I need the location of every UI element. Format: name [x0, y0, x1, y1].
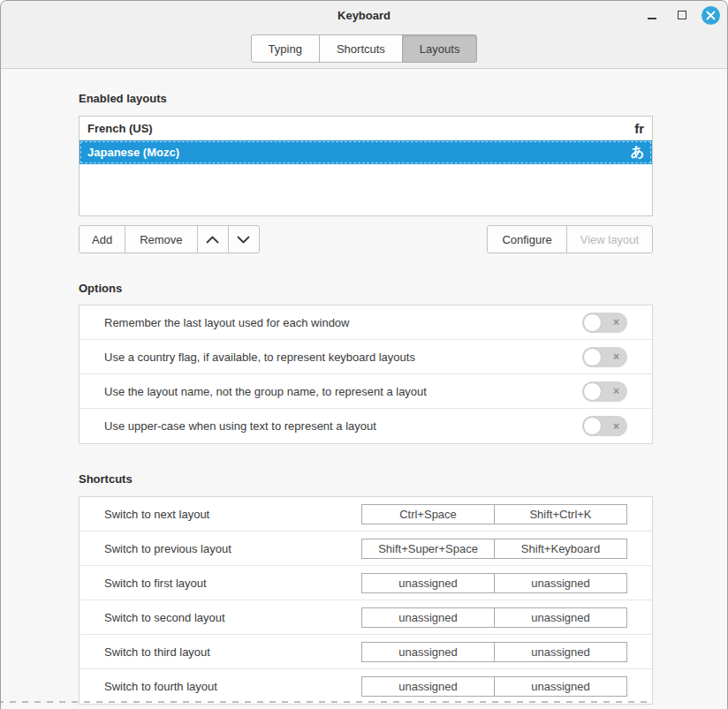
- keybinding-pair: unassigned unassigned: [361, 607, 627, 628]
- keybinding-pair: unassigned unassigned: [361, 642, 627, 662]
- shortcuts-heading: Shortcuts: [79, 472, 651, 486]
- layout-name: Japanese (Mozc): [87, 146, 179, 159]
- shortcut-row-third-layout: Switch to third layout unassigned unassi…: [80, 635, 652, 669]
- shortcut-label: Switch to third layout: [104, 645, 210, 659]
- shortcut-row-first-layout: Switch to first layout unassigned unassi…: [80, 566, 652, 600]
- layout-list-toolbar: Add Remove Configure View layout: [79, 225, 653, 253]
- keybinding-button-1[interactable]: unassigned: [361, 676, 495, 697]
- option-row-country-flag: Use a country flag, if available, to rep…: [80, 340, 652, 374]
- keyboard-settings-window: Keyboard Typing Shortcuts: [0, 0, 728, 709]
- shortcut-row-previous-layout: Switch to previous layout Shift+Super+Sp…: [80, 532, 652, 566]
- option-label: Use the layout name, not the group name,…: [104, 385, 427, 398]
- list-edit-button-group: Add Remove: [79, 225, 260, 253]
- layout-indicator-ja: あ: [631, 144, 644, 161]
- tab-shortcuts[interactable]: Shortcuts: [319, 34, 403, 63]
- keybinding-pair: Ctrl+Space Shift+Ctrl+K: [361, 504, 627, 524]
- options-box: Remember the last layout used for each w…: [79, 305, 653, 444]
- option-label: Remember the last layout used for each w…: [104, 316, 349, 329]
- shortcut-label: Switch to second layout: [104, 611, 225, 624]
- shortcut-row-fourth-layout: Switch to fourth layout unassigned unass…: [80, 669, 652, 704]
- chevron-up-icon: [206, 236, 219, 244]
- keybinding-button-2[interactable]: unassigned: [494, 607, 627, 628]
- scroll-undershoot-indicator: [0, 701, 651, 703]
- options-heading: Options: [79, 282, 651, 295]
- keybinding-pair: unassigned unassigned: [361, 676, 627, 697]
- shortcuts-box: Switch to next layout Ctrl+Space Shift+C…: [79, 496, 653, 705]
- toggle-off-x-icon: ×: [613, 317, 619, 328]
- keybinding-button-1[interactable]: unassigned: [361, 573, 495, 593]
- chevron-down-icon: [237, 236, 250, 244]
- view-layout-button[interactable]: View layout: [566, 225, 653, 253]
- shortcut-row-second-layout: Switch to second layout unassigned unass…: [80, 600, 652, 635]
- close-icon: [706, 11, 716, 20]
- keybinding-pair: unassigned unassigned: [361, 573, 627, 593]
- layout-row-japanese[interactable]: Japanese (Mozc) あ: [80, 140, 652, 164]
- window-controls: [641, 1, 720, 29]
- layout-row-french[interactable]: French (US) fr: [80, 117, 652, 140]
- enabled-layouts-heading: Enabled layouts: [79, 92, 651, 105]
- option-label: Use upper-case when using text to repres…: [104, 419, 376, 433]
- shortcut-label: Switch to next layout: [104, 508, 209, 521]
- layout-name: French (US): [87, 122, 153, 135]
- shortcut-row-next-layout: Switch to next layout Ctrl+Space Shift+C…: [80, 497, 652, 532]
- keybinding-button-2[interactable]: Shift+Keyboard: [494, 539, 627, 559]
- shortcut-label: Switch to previous layout: [104, 542, 231, 555]
- toggle-remember-last-layout[interactable]: ×: [582, 313, 627, 333]
- window-header: Keyboard Typing Shortcuts: [1, 1, 727, 69]
- toggle-layout-name[interactable]: ×: [582, 381, 627, 402]
- layout-indicator-fr: fr: [634, 121, 644, 136]
- tab-layouts[interactable]: Layouts: [402, 34, 478, 63]
- add-layout-button[interactable]: Add: [79, 225, 125, 253]
- keybinding-button-2[interactable]: unassigned: [494, 676, 627, 697]
- option-row-upper-case: Use upper-case when using text to repres…: [80, 409, 652, 443]
- shortcut-label: Switch to fourth layout: [104, 680, 217, 693]
- move-layout-up-button[interactable]: [197, 225, 229, 253]
- layouts-page: Enabled layouts French (US) fr Japanese …: [1, 69, 727, 709]
- enabled-layouts-list: French (US) fr Japanese (Mozc) あ: [79, 116, 653, 216]
- shortcut-label: Switch to first layout: [104, 577, 207, 590]
- toggle-knob: [583, 313, 602, 332]
- minimize-icon: [648, 18, 656, 19]
- toggle-upper-case[interactable]: ×: [582, 416, 627, 436]
- tab-typing[interactable]: Typing: [251, 34, 320, 63]
- configure-button[interactable]: Configure: [487, 225, 566, 253]
- keybinding-button-1[interactable]: unassigned: [361, 642, 495, 662]
- minimize-button[interactable]: [641, 4, 663, 26]
- move-layout-down-button[interactable]: [228, 225, 260, 253]
- keybinding-button-2[interactable]: unassigned: [494, 573, 627, 593]
- window-title: Keyboard: [1, 1, 727, 29]
- tab-bar: Typing Shortcuts Layouts: [1, 29, 727, 68]
- toggle-knob: [583, 382, 602, 401]
- close-button[interactable]: [701, 6, 720, 25]
- option-label: Use a country flag, if available, to rep…: [104, 351, 415, 364]
- tab-group: Typing Shortcuts Layouts: [251, 34, 478, 63]
- option-row-remember-last-layout: Remember the last layout used for each w…: [80, 305, 652, 340]
- maximize-icon: [678, 11, 686, 19]
- toggle-knob: [583, 417, 602, 435]
- titlebar[interactable]: Keyboard: [1, 1, 727, 29]
- toggle-country-flag[interactable]: ×: [582, 347, 627, 367]
- option-row-layout-name: Use the layout name, not the group name,…: [80, 374, 652, 409]
- toggle-off-x-icon: ×: [613, 386, 619, 396]
- keybinding-button-2[interactable]: Shift+Ctrl+K: [494, 504, 627, 524]
- keybinding-button-1[interactable]: Ctrl+Space: [361, 504, 495, 524]
- remove-layout-button[interactable]: Remove: [125, 225, 197, 253]
- toggle-knob: [583, 348, 602, 366]
- keybinding-button-1[interactable]: Shift+Super+Space: [361, 539, 495, 559]
- keybinding-button-2[interactable]: unassigned: [494, 642, 627, 662]
- keybinding-pair: Shift+Super+Space Shift+Keyboard: [361, 539, 627, 559]
- toggle-off-x-icon: ×: [613, 421, 619, 432]
- maximize-button[interactable]: [671, 4, 693, 26]
- keybinding-button-1[interactable]: unassigned: [361, 607, 495, 628]
- layout-action-button-group: Configure View layout: [487, 225, 653, 253]
- toggle-off-x-icon: ×: [613, 351, 619, 362]
